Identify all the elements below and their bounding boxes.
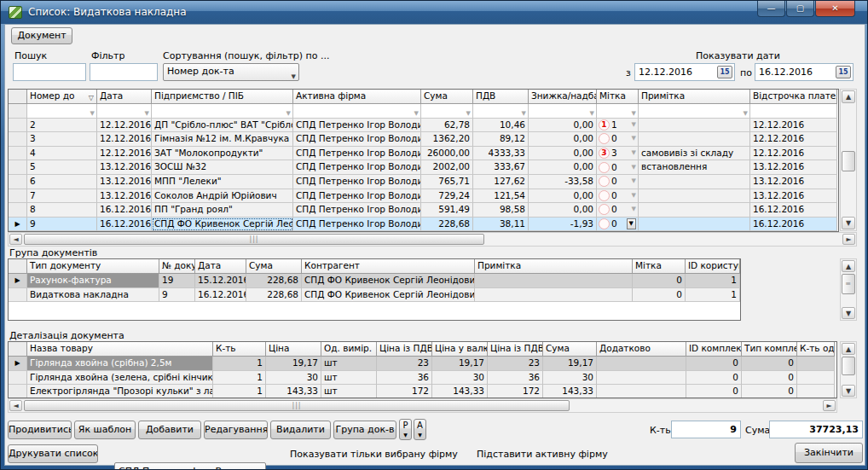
cell-company[interactable]: ЗОСШ №32 [152, 160, 293, 175]
cell-doc-type[interactable]: Видаткова накладна [27, 288, 159, 303]
cell-mark[interactable]: 3 3 ▼ [597, 147, 639, 161]
cell-firm[interactable]: СПД Петренко Ігор Володим [293, 189, 421, 204]
p-sort-button[interactable]: P▼ [399, 419, 412, 440]
date-from-input[interactable]: 12.12.2016 15 [634, 63, 735, 81]
filter-dropdown-icon[interactable]: ▼ [466, 107, 471, 119]
cell-firm[interactable]: СПД Петренко Ігор Володим [293, 160, 421, 175]
filter-mark[interactable]: ▼ [597, 104, 639, 119]
col-price-vat2[interactable]: Ціна із ПДВ [488, 342, 543, 357]
detail-horizontal-scrollbar[interactable]: ◄ ||| ► [8, 398, 837, 413]
cell-mark[interactable]: 0 ▼ [597, 160, 639, 175]
cell-sum[interactable]: 228,68 [421, 218, 473, 232]
filter-dropdown-icon[interactable]: ▼ [145, 107, 149, 119]
cell-vat[interactable]: 4333,33 [473, 147, 529, 161]
cell-sum[interactable]: 143,33 [543, 385, 597, 398]
filter-sum[interactable]: ▼ [421, 104, 473, 119]
group-vertical-scrollbar[interactable]: ▲ ≡ ▼ [840, 258, 857, 321]
cell-date[interactable]: 13.12.2016 [97, 189, 152, 204]
cell-note[interactable]: встановлення [639, 160, 750, 175]
filter-dropdown-icon[interactable]: ▼ [522, 107, 526, 119]
cell-doc-type[interactable]: Рахунок-фактура [27, 274, 159, 288]
scroll-thumb[interactable] [842, 357, 855, 375]
cell-sum[interactable]: 591,49 [421, 203, 473, 218]
filter-firm[interactable]: ▼ [293, 104, 421, 119]
col-firm[interactable]: Активна фірма [293, 90, 421, 104]
cell-kit-type[interactable]: 0 [742, 357, 797, 371]
cell-defer[interactable]: 12.12.2016 [750, 147, 837, 161]
scroll-right-icon[interactable]: ► [842, 234, 855, 245]
cell-number[interactable]: 4 [27, 147, 97, 161]
mark-dropdown-icon[interactable]: ▼ [632, 119, 636, 131]
cell-mark[interactable]: 1 1 ▼ [597, 119, 639, 133]
a-sort-button[interactable]: A▼ [414, 419, 426, 440]
scroll-thumb[interactable]: ||| [24, 234, 484, 245]
col-kit-type[interactable]: Тип компле [742, 342, 797, 357]
cell-mark[interactable]: 0 ▼ [597, 218, 639, 232]
cell-product[interactable]: Електрогірлянда "Прозорі кульки" з лампа [27, 385, 213, 398]
sort-select[interactable]: Номер док-та ▼ [163, 63, 299, 81]
cell-discount[interactable]: 0,00 [529, 160, 597, 175]
filter-company[interactable]: ▼ [152, 104, 293, 119]
cell-party[interactable]: СПД ФО Кривенок Сергій Леонідович [302, 288, 475, 303]
cell-mark[interactable]: 0 ▼ [597, 203, 639, 218]
filter-defer[interactable] [750, 104, 837, 119]
cell-sum[interactable]: 30 [543, 371, 597, 386]
cell-vat[interactable]: 10,46 [473, 119, 529, 133]
edit-button[interactable]: Редагування [204, 421, 268, 439]
cell-company[interactable]: ПП "Гранд роял" [152, 203, 293, 218]
cell-unit[interactable]: шт [321, 371, 377, 386]
cell-defer[interactable]: 12.12.2016 [750, 132, 837, 147]
mark-dropdown-icon[interactable]: ▼ [632, 189, 636, 202]
cell-date[interactable]: 12.12.2016 [97, 119, 152, 133]
cell-defer[interactable]: 13.12.2016 [750, 175, 837, 189]
col-kit-id[interactable]: ID комплект [686, 342, 742, 357]
cell-kit-id[interactable]: 0 [686, 357, 742, 371]
detail-vertical-scrollbar[interactable]: ▲ ▼ [840, 341, 857, 398]
cell-kit-id[interactable]: 0 [686, 385, 742, 398]
cell-price[interactable]: 143,33 [266, 385, 321, 398]
calendar-icon[interactable]: 15 [836, 66, 851, 78]
cell-note[interactable] [639, 218, 750, 232]
cell-firm[interactable]: СПД Петренко Ігор Володим [293, 203, 421, 218]
cell-vat[interactable]: 333,67 [473, 160, 529, 175]
cell-doc-date[interactable]: 16.12.2016 [195, 288, 246, 303]
cell-number[interactable]: 2 [27, 119, 97, 133]
col-note[interactable]: Примітка [639, 90, 750, 104]
cell-note[interactable] [475, 274, 633, 288]
table-row[interactable]: ▶ Гірлянда хвойна (срібна) 2,5м 1 19,17 … [9, 357, 836, 371]
cell-sum[interactable]: 1362,20 [421, 132, 473, 147]
cell-unit[interactable]: шт [321, 385, 377, 398]
cell-number[interactable]: 6 [27, 175, 97, 189]
col-doc-type[interactable]: Тип документу [27, 259, 159, 274]
date-to-input[interactable]: 16.12.2016 15 [755, 63, 854, 81]
cell-date[interactable]: 13.12.2016 [97, 175, 152, 189]
mark-dropdown-icon[interactable]: ▼ [632, 203, 636, 216]
cell-note[interactable] [639, 119, 750, 133]
cell-defer[interactable]: 13.12.2016 [750, 189, 837, 204]
col-mark[interactable]: Мітка [597, 90, 639, 104]
col-extra[interactable]: Додатково [597, 342, 686, 357]
cell-vat[interactable]: 121,54 [473, 189, 529, 204]
table-row[interactable]: 6 13.12.2016 МПП "Лелеки" СПД Петренко І… [9, 175, 838, 189]
cell-sum[interactable]: 26000,00 [421, 147, 473, 161]
cell-price-vat[interactable]: 36 [377, 371, 432, 386]
cell-discount[interactable]: 0,00 [529, 189, 597, 204]
col-product[interactable]: Назва товару [27, 342, 213, 357]
filter-discount[interactable]: ▼ [529, 104, 597, 119]
cell-price-vat2[interactable]: 23 [488, 357, 543, 371]
cell-doc-sum[interactable]: 228,68 [246, 274, 302, 288]
cell-number[interactable]: 5 [27, 160, 97, 175]
print-list-button[interactable]: Друкувати список [8, 444, 98, 463]
cell-qty[interactable]: 1 [213, 371, 266, 386]
cell-sum[interactable]: 729,24 [421, 189, 473, 204]
search-input[interactable] [13, 63, 86, 81]
mark-dropdown-icon[interactable]: ▼ [632, 132, 636, 145]
filter-number[interactable]: ▼ [27, 104, 97, 119]
minimize-icon[interactable]: — [757, 1, 785, 17]
filter-dropdown-icon[interactable]: ▼ [286, 107, 291, 119]
col-user-id[interactable]: ID користув [686, 259, 740, 274]
cell-qty-units[interactable] [797, 371, 835, 386]
filter-note[interactable]: ▼ [639, 104, 750, 119]
scroll-thumb[interactable]: ||| [24, 400, 570, 411]
cell-discount[interactable]: -1,93 [529, 218, 597, 232]
